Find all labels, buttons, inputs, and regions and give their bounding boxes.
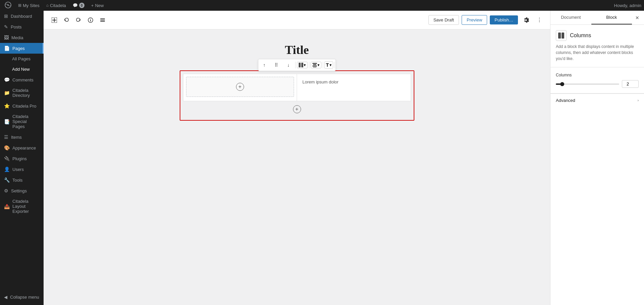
toolbar-sep-1 [295,62,295,68]
sidebar-item-citadela-pro[interactable]: ⭐ Citadela Pro [0,101,44,111]
pages-icon: 📄 [4,46,10,51]
add-block-inside-btn[interactable]: + [293,105,301,113]
items-icon: ☰ [4,134,8,140]
sidebar-item-posts[interactable]: ✎ Posts [0,21,44,32]
sidebar-item-dashboard[interactable]: ⊞ Dashboard [0,11,44,21]
toolbar-sep-4 [335,62,335,68]
block-toolbar: ↑ ⠿ ↓ ▾ [258,59,336,71]
block-title-row: Columns [556,30,639,41]
block-type-icon [556,30,567,41]
howdy-text: Howdy, admin [614,3,641,8]
sidebar-item-citadela-dir[interactable]: 📁 Citadela Directory [0,85,44,101]
editor-settings-btn[interactable] [521,15,531,25]
editor-content: Title ↑ ⠿ ↓ ▾ [44,29,550,305]
redo-btn[interactable] [73,15,84,25]
sidebar-item-tools[interactable]: 🔧 Tools [0,175,44,185]
svg-rect-12 [301,63,303,67]
publish-btn[interactable]: Publish… [490,15,518,24]
column-1[interactable]: + [183,74,297,101]
dashboard-icon: ⊞ [4,13,8,19]
drag-handle-btn[interactable]: ⠿ [271,60,282,70]
column-2[interactable]: Lorem ipsum dolor [297,74,411,101]
sidebar-item-settings[interactable]: ⚙ Settings [0,185,44,196]
pages-submenu: All Pages Add New [0,54,44,74]
my-sites-btn[interactable]: ⊞ My Sites [16,0,42,11]
svg-rect-18 [562,33,564,39]
sidebar-item-comments[interactable]: 💬 Comments [0,74,44,85]
sidebar-item-appearance[interactable]: 🎨 Appearance [0,142,44,153]
tools-icon: 🔧 [4,177,10,183]
tab-document[interactable]: Document [550,11,591,24]
wp-logo-btn[interactable] [3,0,13,11]
svg-rect-6 [90,20,91,21]
block-description: Add a block that displays content in mul… [556,44,639,62]
toolbar-sep-2 [309,62,309,68]
info-btn[interactable] [85,15,96,25]
editor-inner: Title ↑ ⠿ ↓ ▾ [180,43,414,292]
grid-icon: ⊞ [18,3,21,8]
panel-close-btn[interactable]: ✕ [632,12,643,23]
top-bar: ⊞ My Sites ⌂ Citadela 💬 0 + New Howdy, a… [0,0,644,11]
comments-badge: 0 [79,3,84,8]
site-name-btn[interactable]: ⌂ Citadela [44,0,68,11]
svg-rect-13 [312,63,317,64]
sidebar-item-add-new[interactable]: Add New [8,64,44,74]
home-icon: ⌂ [46,3,49,8]
undo-btn[interactable] [61,15,72,25]
sidebar-item-all-pages[interactable]: All Pages [8,54,44,64]
columns-block-wrapper[interactable]: ↑ ⠿ ↓ ▾ [180,70,414,121]
columns-layout-dropdown[interactable]: ▾ [297,62,307,68]
typography-dropdown[interactable]: T ▾ [324,61,333,69]
collapse-menu-btn[interactable]: ◀ Collapse menu [0,292,44,302]
sidebar-item-pages[interactable]: 📄 Pages [0,43,44,54]
more-options-btn[interactable]: ⋮ [534,15,545,25]
block-info-section: Columns Add a block that displays conten… [550,25,644,67]
preview-btn[interactable]: Preview [462,15,487,25]
new-btn[interactable]: + New [89,0,106,11]
svg-rect-14 [313,64,316,65]
plugins-icon: 🔌 [4,156,10,161]
more-icon: ⋮ [537,17,542,23]
list-view-btn[interactable] [97,15,108,25]
sidebar-item-media[interactable]: 🖼 Media [0,32,44,43]
page-title[interactable]: Title [180,43,414,57]
align-dropdown[interactable]: ▾ [310,62,321,68]
comments-icon: 💬 [4,77,10,82]
svg-rect-10 [100,21,105,22]
type-arrow: ▾ [330,63,332,67]
move-up-btn[interactable]: ↑ [259,60,270,70]
sidebar: ⊞ Dashboard ✎ Posts 🖼 Media 📄 Pages All … [0,11,44,305]
sidebar-item-items[interactable]: ☰ Items [0,132,44,142]
sidebar-item-plugins[interactable]: 🔌 Plugins [0,153,44,164]
block-name-label: Columns [570,33,591,39]
comments-btn[interactable]: 💬 0 [71,0,86,11]
tab-block[interactable]: Block [591,11,632,24]
wp-logo-icon [5,2,11,9]
add-block-btn[interactable] [49,15,60,25]
posts-icon: ✎ [4,24,8,29]
column-add-btn[interactable]: + [236,83,244,91]
columns-label: Columns [556,73,639,77]
svg-point-7 [90,19,91,19]
column-inner-add-block[interactable]: + [186,77,294,97]
dropdown-arrow: ▾ [304,63,306,67]
lorem-text: Lorem ipsum dolor [300,77,408,87]
svg-rect-17 [558,33,561,39]
svg-point-1 [7,4,9,6]
save-draft-btn[interactable]: Save Draft [428,15,459,25]
sidebar-item-citadela-special[interactable]: 📑 Citadela Special Pages [0,111,44,132]
toolbar-right: Save Draft Preview Publish… ⋮ [428,15,545,25]
sidebar-item-citadela-layout[interactable]: 📤 Citadela Layout Exporter [0,196,44,217]
special-icon: 📑 [4,119,10,124]
align-arrow: ▾ [317,63,319,67]
columns-section: Columns [550,67,644,94]
columns-slider-track[interactable] [556,83,619,85]
sidebar-item-users[interactable]: 👤 Users [0,164,44,175]
settings-icon: ⚙ [4,188,8,193]
panel-tabs: Document Block ✕ [550,11,644,25]
columns-number-input[interactable] [622,80,639,88]
advanced-section[interactable]: Advanced › [550,94,644,107]
media-icon: 🖼 [4,35,9,40]
directory-icon: 📁 [4,90,10,96]
move-down-btn[interactable]: ↓ [283,60,294,70]
